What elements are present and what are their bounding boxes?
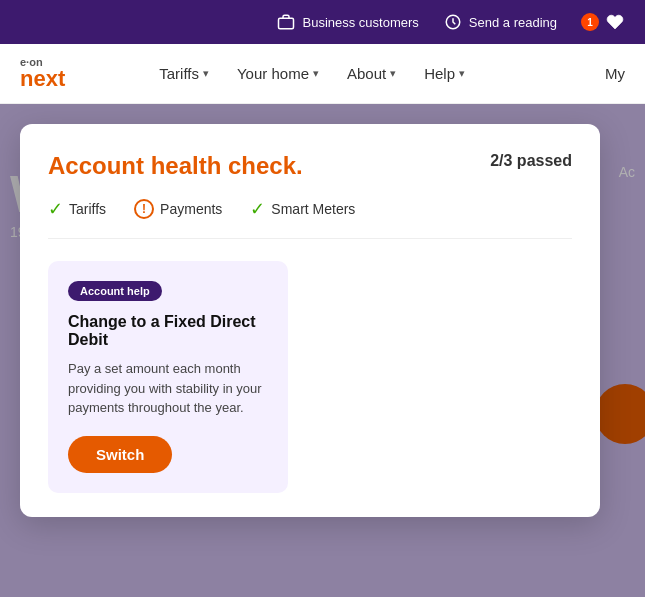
send-reading-label: Send a reading: [469, 15, 557, 30]
about-chevron-icon: ▾: [390, 67, 396, 80]
suggestion-title: Change to a Fixed Direct Debit: [68, 313, 268, 349]
tariffs-check-label: Tariffs: [69, 201, 106, 217]
nav-your-home[interactable]: Your home ▾: [223, 44, 333, 104]
meter-icon: [443, 12, 463, 32]
nav-tariffs[interactable]: Tariffs ▾: [145, 44, 223, 104]
heart-icon: [605, 12, 625, 32]
nav-bar: e·on next Tariffs ▾ Your home ▾ About ▾ …: [0, 44, 645, 104]
payments-check-icon: !: [134, 199, 154, 219]
my-label: My: [605, 65, 625, 82]
health-check-modal: Account health check. 2/3 passed ✓ Tarif…: [20, 124, 600, 517]
your-home-label: Your home: [237, 65, 309, 82]
help-chevron-icon: ▾: [459, 67, 465, 80]
top-bar: Business customers Send a reading 1: [0, 0, 645, 44]
logo-next-text: next: [20, 68, 65, 90]
tariffs-chevron-icon: ▾: [203, 67, 209, 80]
send-reading-link[interactable]: Send a reading: [443, 12, 557, 32]
account-help-badge: Account help: [68, 281, 162, 301]
main-content: We 192 G... Ac Account health check. 2/3…: [0, 104, 645, 597]
briefcase-icon: [276, 12, 296, 32]
business-customers-link[interactable]: Business customers: [276, 12, 418, 32]
payments-check-label: Payments: [160, 201, 222, 217]
logo[interactable]: e·on next: [20, 57, 65, 90]
notifications-link[interactable]: 1: [581, 12, 625, 32]
tariffs-check: ✓ Tariffs: [48, 198, 106, 220]
svg-rect-0: [279, 18, 294, 29]
about-label: About: [347, 65, 386, 82]
suggestion-desc: Pay a set amount each month providing yo…: [68, 359, 268, 418]
smart-meters-check-label: Smart Meters: [271, 201, 355, 217]
smart-meters-check: ✓ Smart Meters: [250, 198, 355, 220]
notification-badge: 1: [581, 13, 599, 31]
help-label: Help: [424, 65, 455, 82]
nav-about[interactable]: About ▾: [333, 44, 410, 104]
suggestion-card: Account help Change to a Fixed Direct De…: [48, 261, 288, 493]
switch-button[interactable]: Switch: [68, 436, 172, 473]
your-home-chevron-icon: ▾: [313, 67, 319, 80]
payments-check: ! Payments: [134, 199, 222, 219]
nav-help[interactable]: Help ▾: [410, 44, 479, 104]
smart-meters-check-icon: ✓: [250, 198, 265, 220]
nav-my[interactable]: My: [605, 65, 625, 82]
business-label: Business customers: [302, 15, 418, 30]
checks-row: ✓ Tariffs ! Payments ✓ Smart Meters: [48, 198, 572, 239]
modal-score: 2/3 passed: [490, 152, 572, 170]
tariffs-check-icon: ✓: [48, 198, 63, 220]
tariffs-label: Tariffs: [159, 65, 199, 82]
modal-header: Account health check. 2/3 passed: [48, 152, 572, 180]
modal-title: Account health check.: [48, 152, 303, 180]
modal-overlay: Account health check. 2/3 passed ✓ Tarif…: [0, 104, 645, 597]
